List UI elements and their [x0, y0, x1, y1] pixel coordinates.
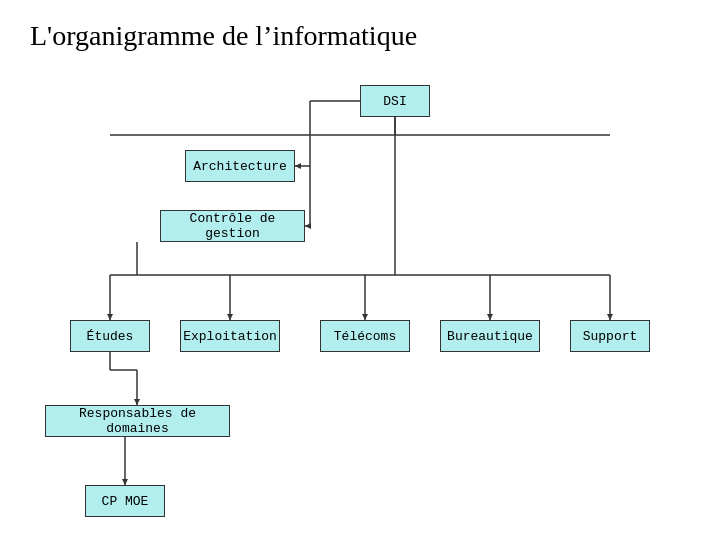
exploitation-box: Exploitation [180, 320, 280, 352]
page-title: L'organigramme de l’informatique [30, 20, 690, 52]
architecture-box: Architecture [185, 150, 295, 182]
svg-marker-8 [305, 223, 311, 229]
org-chart: DSI Architecture Contrôle de gestion Étu… [30, 75, 690, 530]
controle-box: Contrôle de gestion [160, 210, 305, 242]
support-box: Support [570, 320, 650, 352]
telecoms-box: Télécoms [320, 320, 410, 352]
cp-moe-box: CP MOE [85, 485, 165, 517]
svg-marker-5 [295, 163, 301, 169]
etudes-box: Études [70, 320, 150, 352]
responsables-box: Responsables de domaines [45, 405, 230, 437]
page: L'organigramme de l’informatique [0, 0, 720, 540]
dsi-box: DSI [360, 85, 430, 117]
connectors-svg [30, 75, 690, 530]
bureautique-box: Bureautique [440, 320, 540, 352]
